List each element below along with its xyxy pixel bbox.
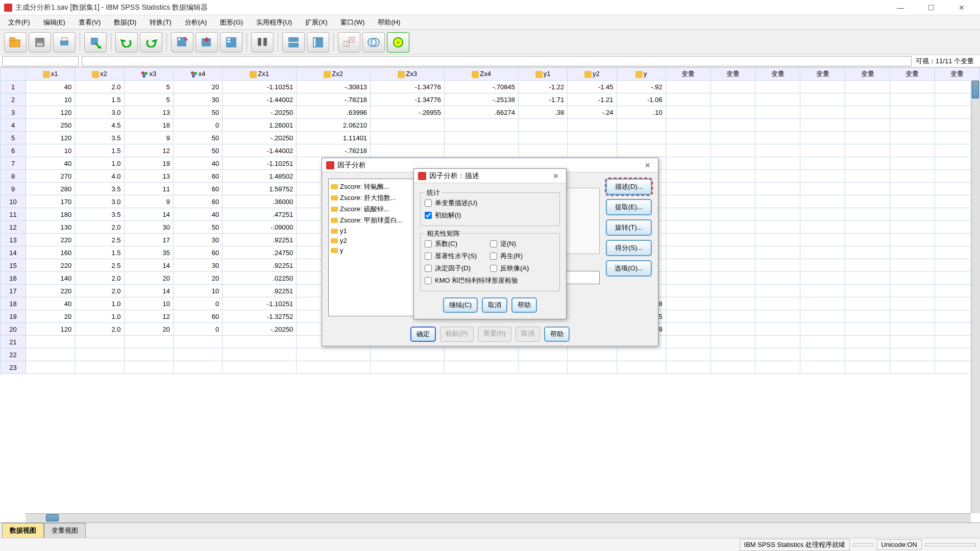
cell[interactable] xyxy=(800,323,845,336)
cell[interactable] xyxy=(445,361,519,374)
cell[interactable] xyxy=(890,285,935,297)
cell[interactable] xyxy=(710,259,755,272)
cell[interactable]: 50 xyxy=(173,221,222,234)
cell[interactable] xyxy=(568,132,617,144)
cell[interactable]: 35 xyxy=(124,246,173,259)
cell[interactable]: 14 xyxy=(124,208,173,221)
cell[interactable] xyxy=(666,323,710,336)
cell[interactable]: 60 xyxy=(173,310,222,323)
vertical-scrollbar[interactable] xyxy=(971,80,980,513)
row-header[interactable]: 23 xyxy=(1,361,26,374)
cell[interactable] xyxy=(800,234,845,246)
cell[interactable] xyxy=(800,93,845,106)
cell[interactable] xyxy=(845,170,890,183)
cell[interactable]: -1.34776 xyxy=(371,93,445,106)
cell[interactable] xyxy=(890,259,935,272)
cell[interactable]: 10 xyxy=(124,297,173,310)
cell[interactable] xyxy=(26,336,75,348)
cell[interactable] xyxy=(666,208,710,221)
col-header-Zx2[interactable]: Zx2 xyxy=(297,68,371,81)
cell[interactable]: -.92 xyxy=(617,81,666,93)
cell[interactable] xyxy=(710,221,755,234)
cell[interactable]: 50 xyxy=(173,132,222,144)
row-header[interactable]: 7 xyxy=(1,157,26,170)
cell[interactable]: 50 xyxy=(173,106,222,119)
cell[interactable] xyxy=(568,144,617,157)
cell[interactable] xyxy=(800,272,845,285)
cell[interactable]: 20 xyxy=(173,272,222,285)
cell[interactable] xyxy=(666,144,710,157)
cell[interactable]: 220 xyxy=(26,259,75,272)
col-header-y1[interactable]: y1 xyxy=(519,68,568,81)
cell[interactable] xyxy=(755,297,800,310)
col-header-x2[interactable]: x2 xyxy=(75,68,124,81)
row-header[interactable]: 15 xyxy=(1,259,26,272)
cell[interactable] xyxy=(666,106,710,119)
cell[interactable] xyxy=(890,272,935,285)
cell[interactable]: 4.0 xyxy=(75,170,124,183)
cell[interactable]: 10 xyxy=(173,285,222,297)
print-button[interactable] xyxy=(53,32,76,53)
cell[interactable]: -1.44002 xyxy=(223,144,297,157)
cell[interactable] xyxy=(666,285,710,297)
cell[interactable]: 14 xyxy=(124,285,173,297)
col-header-x1[interactable]: x1 xyxy=(26,68,75,81)
cell[interactable]: 1.5 xyxy=(75,144,124,157)
cell[interactable] xyxy=(800,246,845,259)
cell[interactable]: 30 xyxy=(173,259,222,272)
menu-查看(V)[interactable]: 查看(V) xyxy=(74,16,106,29)
cell[interactable] xyxy=(617,361,666,374)
cell[interactable] xyxy=(710,323,755,336)
cell[interactable] xyxy=(568,361,617,374)
show-all-vars-button[interactable]: + xyxy=(387,32,409,53)
cell[interactable]: 0 xyxy=(173,323,222,336)
cell[interactable] xyxy=(800,157,845,170)
cell[interactable] xyxy=(845,246,890,259)
cell-ref-box[interactable] xyxy=(2,56,79,66)
cell[interactable] xyxy=(755,144,800,157)
cell[interactable] xyxy=(845,132,890,144)
open-button[interactable] xyxy=(4,32,27,53)
cell[interactable]: -.20250 xyxy=(223,132,297,144)
cell[interactable]: 2.0 xyxy=(75,221,124,234)
menu-实用程序(U)[interactable]: 实用程序(U) xyxy=(251,16,297,29)
continue-button[interactable]: 继续(C) xyxy=(443,297,478,313)
cell[interactable] xyxy=(845,310,890,323)
cell[interactable] xyxy=(519,144,568,157)
cell[interactable] xyxy=(890,361,935,374)
cell[interactable] xyxy=(755,106,800,119)
cell[interactable] xyxy=(666,310,710,323)
cell[interactable]: 60 xyxy=(173,183,222,195)
cell[interactable]: -1.71 xyxy=(519,93,568,106)
cell[interactable] xyxy=(845,106,890,119)
cell[interactable]: 3.0 xyxy=(75,106,124,119)
cell[interactable] xyxy=(755,234,800,246)
cell[interactable] xyxy=(755,81,800,93)
cell[interactable]: 3.5 xyxy=(75,208,124,221)
col-header-变量[interactable]: 变量 xyxy=(800,68,845,81)
col-header-x4[interactable]: x4 xyxy=(173,68,222,81)
row-header[interactable]: 18 xyxy=(1,297,26,310)
cell[interactable] xyxy=(710,183,755,195)
cell[interactable]: 60 xyxy=(173,195,222,208)
row-header[interactable]: 14 xyxy=(1,246,26,259)
cell[interactable]: .66274 xyxy=(445,106,519,119)
cell[interactable] xyxy=(800,361,845,374)
cell[interactable] xyxy=(890,297,935,310)
kmo-check[interactable]: KMO 和巴特利特球形度检验 xyxy=(425,274,555,287)
cell[interactable]: 13 xyxy=(124,106,173,119)
cell[interactable] xyxy=(800,195,845,208)
cell[interactable]: 30 xyxy=(124,221,173,234)
cell[interactable] xyxy=(710,144,755,157)
cell[interactable] xyxy=(297,348,371,361)
cell[interactable] xyxy=(755,132,800,144)
cell[interactable]: 270 xyxy=(26,170,75,183)
desc-help-button[interactable]: 帮助 xyxy=(511,297,537,313)
cell[interactable]: 120 xyxy=(26,132,75,144)
cell[interactable] xyxy=(710,81,755,93)
col-header-Zx1[interactable]: Zx1 xyxy=(223,68,297,81)
find-button[interactable] xyxy=(251,32,274,53)
cell[interactable]: -.20250 xyxy=(223,323,297,336)
cancel-button[interactable]: 取消 xyxy=(516,327,540,342)
cell[interactable]: 2.5 xyxy=(75,234,124,246)
